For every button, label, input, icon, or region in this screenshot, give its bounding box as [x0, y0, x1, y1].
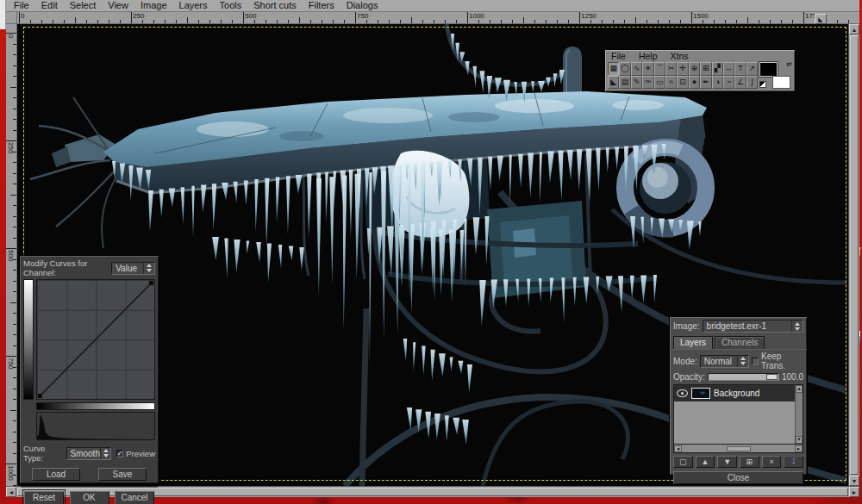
- ok-button[interactable]: OK: [70, 491, 109, 504]
- dodge-burn-tool[interactable]: ◑: [712, 76, 723, 90]
- raise-layer-button[interactable]: ▲: [696, 456, 715, 468]
- ruler-tick: [13, 432, 16, 432]
- scissors-tool[interactable]: ✂: [665, 62, 677, 76]
- menu-help[interactable]: Help: [639, 51, 658, 61]
- move-tool[interactable]: ✛: [677, 62, 688, 76]
- menu-select[interactable]: Select: [64, 0, 103, 11]
- scroll-right-button[interactable]: ►: [849, 487, 859, 497]
- menu-file[interactable]: File: [8, 0, 35, 11]
- opacity-slider-thumb[interactable]: [766, 374, 778, 380]
- default-colors-icon[interactable]: [759, 81, 766, 88]
- scroll-left-button[interactable]: ◄: [6, 487, 16, 497]
- airbrush-tool[interactable]: ≈: [665, 76, 677, 90]
- preview-checkbox[interactable]: ✓: [116, 450, 124, 457]
- delete-layer-button[interactable]: ×: [762, 456, 782, 468]
- tab-channels[interactable]: Channels: [715, 336, 765, 349]
- list-hscroll-thumb[interactable]: [727, 446, 751, 451]
- menu-edit[interactable]: Edit: [35, 0, 64, 11]
- menu-arrow-button[interactable]: ◣: [815, 14, 827, 24]
- bezier-select-tool[interactable]: ⌒: [654, 62, 665, 76]
- clone-tool[interactable]: ⊡: [677, 76, 688, 90]
- layer-thumbnail[interactable]: [691, 388, 710, 399]
- ruler-tick: [243, 12, 244, 23]
- ruler-tick: [53, 20, 53, 23]
- list-scroll-down[interactable]: ▼: [796, 436, 803, 444]
- menu-layers[interactable]: Layers: [173, 0, 214, 11]
- text-tool[interactable]: T: [734, 62, 746, 76]
- load-button[interactable]: Load: [32, 468, 80, 481]
- list-scroll-right[interactable]: ►: [795, 445, 803, 452]
- list-scroll-left[interactable]: ◄: [674, 445, 682, 452]
- spinner-icon[interactable]: [791, 320, 803, 332]
- free-select-tool[interactable]: ∿: [631, 62, 642, 76]
- ink-tool[interactable]: ✒: [700, 76, 711, 90]
- foreground-color-swatch[interactable]: [759, 62, 778, 77]
- cancel-button[interactable]: Cancel: [115, 491, 154, 504]
- layer-list[interactable]: Background ▲ ▼: [673, 384, 803, 445]
- menu-view[interactable]: View: [102, 0, 134, 11]
- horizontal-ruler[interactable]: 02505007501000125015001750: [17, 12, 859, 24]
- anchor-layer-button[interactable]: ↧: [784, 456, 803, 468]
- spinner-icon[interactable]: [100, 448, 111, 459]
- blend-tool[interactable]: ▤: [619, 76, 630, 90]
- save-button[interactable]: Save: [98, 468, 147, 481]
- lower-layer-button[interactable]: ▼: [717, 456, 737, 468]
- measure-tool[interactable]: ∠: [734, 76, 746, 90]
- vscroll-thumb[interactable]: [850, 35, 859, 475]
- fuzzy-select-tool[interactable]: ✶: [642, 62, 653, 76]
- ruler-tick: [803, 12, 804, 23]
- bucket-fill-tool[interactable]: ◣: [608, 76, 619, 90]
- mode-dropdown[interactable]: Normal: [700, 355, 749, 368]
- opacity-slider[interactable]: [708, 373, 779, 381]
- ellipse-select-tool[interactable]: ◯: [619, 62, 630, 76]
- image-dropdown[interactable]: bridgetest.exr-1: [703, 320, 803, 333]
- menu-xtns[interactable]: Xtns: [671, 51, 689, 61]
- ruler-label: 1000: [469, 12, 484, 20]
- layer-list-hscroll[interactable]: ◄ ►: [673, 445, 803, 453]
- pencil-tool[interactable]: ✎: [631, 76, 642, 90]
- rect-select-tool[interactable]: ▦: [608, 62, 619, 76]
- new-layer-button[interactable]: ▢: [673, 456, 693, 468]
- magnify-tool[interactable]: ⊕: [689, 62, 700, 76]
- curve-type-label: Curve Type:: [23, 444, 64, 463]
- visibility-eye-icon[interactable]: [677, 389, 688, 397]
- layer-row-background[interactable]: Background: [674, 385, 803, 401]
- spinner-icon[interactable]: [737, 356, 748, 367]
- close-button[interactable]: Close: [673, 471, 803, 484]
- path-tool[interactable]: ∫: [746, 76, 758, 90]
- channel-dropdown[interactable]: Value: [111, 262, 155, 275]
- ruler-corner: [6, 12, 17, 24]
- menu-tools[interactable]: Tools: [214, 0, 248, 11]
- reset-button[interactable]: Reset: [24, 491, 64, 504]
- vertical-ruler[interactable]: 02505007501000: [6, 24, 17, 486]
- spinner-icon[interactable]: [143, 263, 154, 274]
- vertical-scrollbar[interactable]: ▲ ▼: [848, 24, 859, 486]
- ruler-tick: [13, 345, 16, 346]
- menu-image[interactable]: Image: [134, 0, 173, 11]
- layer-list-vscroll[interactable]: ▲ ▼: [795, 385, 803, 444]
- curve-type-dropdown[interactable]: Smooth: [66, 447, 111, 460]
- menu-filters[interactable]: Filters: [303, 0, 340, 11]
- duplicate-layer-button[interactable]: ⊞: [740, 456, 759, 468]
- ruler-tick: [13, 389, 16, 389]
- background-color-swatch[interactable]: [772, 76, 790, 89]
- keep-trans-checkbox[interactable]: [752, 358, 759, 365]
- convolve-tool[interactable]: ●: [689, 76, 700, 90]
- menu-file[interactable]: File: [611, 51, 626, 61]
- transform-tool[interactable]: ▞: [712, 62, 723, 76]
- paintbrush-tool[interactable]: ✑: [642, 76, 653, 90]
- list-scroll-up[interactable]: ▲: [796, 385, 803, 393]
- smudge-tool[interactable]: ~: [723, 76, 734, 90]
- menu-dialogs[interactable]: Dialogs: [340, 0, 384, 11]
- swap-colors-icon[interactable]: ⇄: [786, 60, 792, 68]
- crop-tool[interactable]: ⊞: [700, 62, 711, 76]
- flip-tool[interactable]: ↔: [723, 62, 734, 76]
- curve-editor[interactable]: [36, 279, 155, 400]
- color-selector[interactable]: ⇄: [759, 62, 792, 89]
- color-picker-tool[interactable]: ↗: [746, 62, 758, 76]
- scroll-down-button[interactable]: ▼: [849, 476, 859, 486]
- tab-layers[interactable]: Layers: [673, 336, 713, 349]
- eraser-tool[interactable]: ▭: [654, 76, 665, 90]
- scroll-up-button[interactable]: ▲: [849, 24, 859, 34]
- menu-short-cuts[interactable]: Short cuts: [247, 0, 303, 11]
